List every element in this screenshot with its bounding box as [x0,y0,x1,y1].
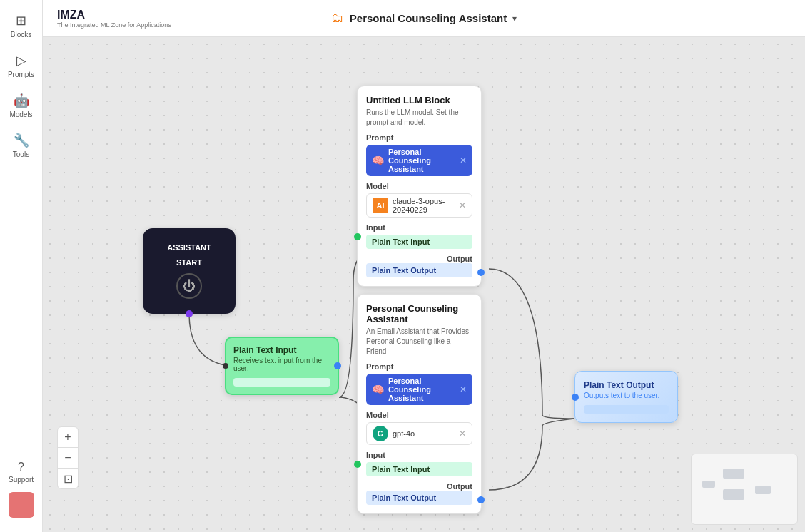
user-avatar[interactable] [9,492,34,518]
brand-name: IMZA [57,9,171,21]
output-node-connector [572,394,579,401]
sidebar-support-label: Support [9,476,34,484]
plain-input-preview [233,378,330,387]
counseling-input-connector [354,461,361,468]
minimap-item-counseling [723,489,744,500]
models-icon: 🤖 [14,93,29,108]
counseling-output-field: Plain Text Output [366,491,472,505]
minimap-item-output [755,486,771,494]
sidebar-prompts-label: Prompts [8,71,34,78]
assistant-start-node[interactable]: ASSISTANT START ⏻ [143,228,236,314]
counseling-output-connector [477,496,485,503]
brain-icon-2: 🧠 [372,384,384,395]
brand-subtitle: The Integrated ML Zone for Applications [57,21,171,29]
zoom-fit-button[interactable]: ⊡ [58,469,78,488]
counseling-title: Personal Counseling Assistant [366,303,472,324]
llm-output-label: Output [366,255,472,263]
workflow-icon: 🗂 [331,11,344,26]
llm-model-label: Model [366,182,472,190]
zoom-in-button[interactable]: + [58,427,78,447]
support-icon: ? [18,461,24,474]
counseling-input-label: Input [366,451,472,459]
minimap-item-llm [723,469,744,479]
llm-input-field: Plain Text Input [366,235,472,249]
llm-model-badge[interactable]: AI claude-3-opus-20240229 ✕ [366,193,472,218]
sidebar-tools-label: Tools [13,150,29,158]
llm-input-connector [354,233,361,240]
counseling-prompt-remove[interactable]: ✕ [460,384,467,394]
counseling-prompt-name: Personal Counseling Assistant [388,377,455,402]
counseling-model-badge[interactable]: G gpt-4o ✕ [366,422,472,445]
brand: IMZA The Integrated ML Zone for Applicat… [57,9,171,29]
counseling-output-label: Output [366,482,472,491]
workflow-title-container[interactable]: 🗂 Personal Counseling Assistant ▾ [331,11,517,26]
minimap[interactable] [691,454,798,525]
output-node-desc: Outputs text to the user. [584,392,669,399]
counseling-block-node[interactable]: Personal Counseling Assistant An Email A… [357,294,482,514]
llm-output-field: Plain Text Output [366,263,472,277]
counseling-desc: An Email Assistant that Provides Persona… [366,327,472,357]
llm-output-connector [477,269,485,276]
sidebar-blocks-label: Blocks [11,31,31,39]
llm-prompt-remove[interactable]: ✕ [460,155,467,165]
llm-input-label: Input [366,223,472,232]
start-output-connector [186,310,193,317]
assistant-start-label-line2: START [176,258,202,267]
workflow-title: Personal Counseling Assistant [350,12,507,24]
zoom-controls: + − ⊡ [57,426,79,489]
blocks-icon: ⊞ [16,13,26,29]
anthropic-icon: AI [373,198,388,213]
sidebar-item-blocks[interactable]: ⊞ Blocks [3,7,40,44]
canvas[interactable]: ASSISTANT START ⏻ Plain Text Input Recei… [43,37,805,532]
plain-input-desc: Receives text input from the user. [233,357,330,372]
output-preview [584,405,669,414]
sidebar-item-support[interactable]: ? Support [6,455,36,489]
llm-block-node[interactable]: Untitled LLM Block Runs the LLM model. S… [357,86,482,287]
sidebar: ⊞ Blocks ▷ Prompts 🤖 Models 🔧 Tools ? Su… [0,0,43,532]
counseling-prompt-badge[interactable]: 🧠 Personal Counseling Assistant ✕ [366,374,472,405]
tools-icon: 🔧 [14,133,29,148]
plain-text-output-node[interactable]: Plain Text Output Outputs text to the us… [574,371,678,423]
llm-prompt-label: Prompt [366,133,472,142]
sidebar-models-label: Models [9,111,32,118]
plain-text-input-node[interactable]: Plain Text Input Receives text input fro… [225,337,339,395]
llm-prompt-name: Personal Counseling Assistant [388,148,455,173]
counseling-prompt-label: Prompt [366,362,472,371]
llm-model-remove[interactable]: ✕ [459,200,466,210]
gpt-icon: G [373,426,388,441]
llm-output-section: Output Plain Text Output [366,255,472,277]
counseling-model-name: gpt-4o [393,429,455,438]
header: IMZA The Integrated ML Zone for Applicat… [43,0,805,37]
sidebar-bottom: ? Support [6,455,36,525]
assistant-start-label-line1: ASSISTANT [167,243,211,252]
llm-block-desc: Runs the LLM model. Set the prompt and m… [366,108,472,128]
zoom-out-button[interactable]: − [58,448,78,468]
output-node-title: Plain Text Output [584,380,669,390]
power-icon: ⏻ [176,273,202,299]
counseling-output-section: Output Plain Text Output [366,482,472,505]
plain-input-title: Plain Text Input [233,345,330,355]
input-node-left-connector [223,363,228,369]
llm-prompt-badge[interactable]: 🧠 Personal Counseling Assistant ✕ [366,145,472,176]
input-node-right-connector [334,362,341,369]
counseling-input-field: Plain Text Input [366,462,472,476]
minimap-item-start [702,481,715,488]
sidebar-item-prompts[interactable]: ▷ Prompts [3,47,40,84]
sidebar-item-models[interactable]: 🤖 Models [3,87,40,124]
chevron-down-icon: ▾ [512,14,517,24]
llm-block-title: Untitled LLM Block [366,95,472,106]
brain-icon: 🧠 [372,155,384,166]
sidebar-item-tools[interactable]: 🔧 Tools [3,127,40,164]
counseling-model-label: Model [366,411,472,419]
llm-model-name: claude-3-opus-20240229 [393,197,455,214]
counseling-model-remove[interactable]: ✕ [459,429,466,439]
prompts-icon: ▷ [16,53,26,68]
